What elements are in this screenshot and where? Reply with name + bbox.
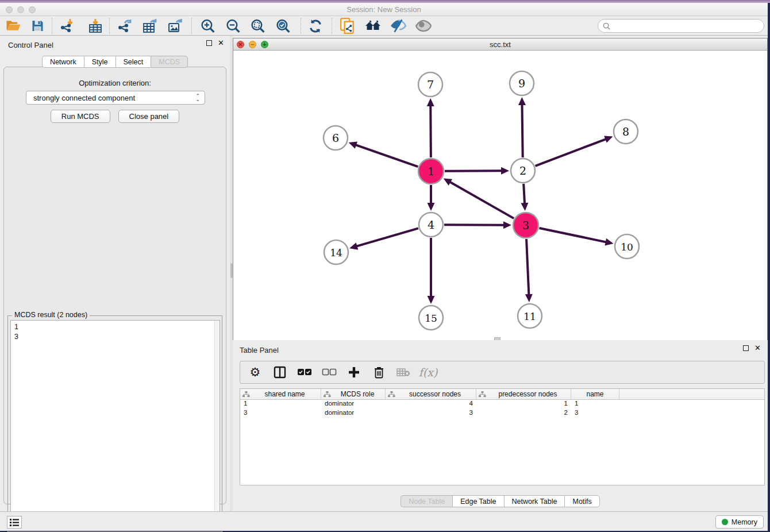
export-network-icon[interactable] [116, 17, 135, 34]
table-row[interactable]: 3dominator323 [240, 409, 764, 418]
arrowhead-icon [503, 221, 511, 229]
mcds-result-title: MCDS result (2 nodes) [12, 311, 90, 319]
result-scrollbar[interactable] [214, 321, 220, 529]
cell-successor-nodes: 3 [386, 409, 476, 418]
tab-node-table[interactable]: Node Table [401, 495, 452, 507]
tab-style[interactable]: Style [84, 56, 116, 68]
column-header-predecessor-nodes[interactable]: predecessor nodes [476, 389, 571, 399]
edge-4-14[interactable] [356, 228, 418, 246]
arrowhead-icon [518, 97, 526, 105]
copy-style-icon[interactable] [338, 17, 357, 34]
show-panels-icon[interactable] [414, 17, 433, 34]
edge-3-10[interactable] [539, 228, 606, 242]
status-bar: Memory [0, 511, 768, 531]
edge-4-3[interactable] [444, 225, 505, 225]
tab-network-table[interactable]: Network Table [504, 495, 565, 507]
arrowhead-icon [349, 141, 357, 148]
cell-MCDS-role: dominator [321, 409, 386, 418]
edge-3-11[interactable] [526, 239, 529, 295]
open-session-icon[interactable] [3, 17, 23, 34]
column-header-name[interactable]: name [571, 389, 619, 399]
search-icon [603, 22, 610, 30]
close-panel-button[interactable]: Close panel [118, 110, 180, 123]
node-table[interactable]: shared nameMCDS rolesuccessor nodesprede… [240, 388, 765, 485]
edge-1-2[interactable] [445, 171, 502, 171]
tab-select[interactable]: Select [116, 56, 151, 68]
edge-1-7[interactable] [430, 105, 431, 157]
column-header-successor-nodes[interactable]: successor nodes [386, 389, 476, 399]
cell-name: 1 [571, 400, 619, 409]
column-header-shared-name[interactable]: shared name [240, 389, 321, 399]
table-settings-icon[interactable]: ⚙ [247, 365, 263, 380]
import-network-icon[interactable] [58, 17, 78, 34]
export-image-icon[interactable] [165, 17, 185, 34]
unselect-all-icon[interactable] [321, 365, 337, 380]
hide-panels-icon[interactable] [388, 17, 408, 34]
arrowhead-icon [427, 98, 434, 106]
save-session-icon[interactable] [28, 17, 47, 34]
select-spinner-icon: ⌃⌄ [195, 94, 200, 101]
edge-1-6[interactable] [355, 145, 418, 167]
control-panel: Control Panel ✕ NetworkStyleSelectMCDS O… [0, 36, 230, 511]
edge-2-8[interactable] [536, 139, 607, 166]
float-table-panel-icon[interactable] [743, 345, 749, 351]
close-table-panel-icon[interactable]: ✕ [754, 345, 761, 351]
divider-handle[interactable] [230, 263, 233, 278]
function-builder-icon[interactable]: f(x) [420, 365, 436, 380]
arrowhead-icon [521, 203, 528, 211]
arrowhead-icon [501, 167, 509, 175]
zoom-out-icon[interactable] [224, 17, 243, 34]
toolbar-separator [332, 18, 332, 34]
import-table-icon[interactable] [86, 17, 105, 34]
tab-motifs[interactable]: Motifs [564, 495, 599, 507]
network-canvas[interactable]: 7968124314101511 [233, 51, 767, 340]
float-panel-icon[interactable] [206, 40, 212, 46]
zoom-selected-icon[interactable] [274, 17, 293, 34]
mcds-result-textarea[interactable]: 1 3 [10, 320, 220, 529]
delete-icon[interactable] [371, 365, 387, 380]
task-history-button[interactable] [7, 516, 22, 529]
memory-button[interactable]: Memory [715, 515, 764, 529]
refresh-layout-icon[interactable] [306, 17, 325, 34]
network-window-title: scc.txt [233, 40, 767, 49]
cell-name: 3 [571, 409, 619, 418]
mcds-result-text: 1 3 [14, 322, 18, 342]
control-panel-tabs: NetworkStyleSelectMCDS [0, 56, 230, 68]
arrowhead-icon [428, 296, 435, 304]
search-field[interactable] [598, 19, 764, 33]
edge-3-1[interactable] [449, 182, 514, 218]
home-view-icon[interactable] [363, 17, 383, 34]
add-icon[interactable] [346, 365, 362, 380]
select-all-icon[interactable] [297, 365, 313, 380]
cell-shared-name: 3 [240, 409, 321, 418]
edge-2-9[interactable] [522, 104, 522, 157]
tab-network[interactable]: Network [42, 56, 84, 68]
table-body: 1dominator4113dominator323 [240, 400, 764, 418]
list-icon [9, 518, 20, 527]
tab-edge-table[interactable]: Edge Table [452, 495, 503, 507]
close-panel-icon[interactable]: ✕ [218, 40, 224, 46]
toolbar-separator [301, 18, 301, 34]
cell-predecessor-nodes: 2 [476, 409, 571, 418]
run-mcds-button[interactable]: Run MCDS [51, 110, 110, 123]
toolbar-separator [191, 18, 192, 34]
toolbar-separator [52, 18, 52, 34]
toolbar-separator [109, 18, 110, 34]
zoom-in-icon[interactable] [198, 17, 218, 34]
table-row[interactable]: 1dominator411 [240, 400, 764, 409]
cell-predecessor-nodes: 1 [476, 400, 571, 409]
node-label-7: 7 [427, 78, 434, 91]
optimization-criterion-select[interactable]: strongly connected component ⌃⌄ [26, 91, 205, 105]
export-table-icon[interactable] [140, 17, 160, 34]
cell-successor-nodes: 4 [386, 400, 476, 409]
show-column-icon[interactable] [272, 365, 288, 380]
column-header-MCDS-role[interactable]: MCDS role [321, 389, 386, 399]
optimization-criterion-label: Optimization criterion: [4, 79, 226, 87]
delete-table-icon[interactable] [395, 365, 411, 380]
tab-mcds[interactable]: MCDS [151, 56, 188, 68]
node-label-8: 8 [622, 125, 629, 138]
zoom-fit-icon[interactable] [248, 17, 268, 34]
edge-2-3[interactable] [523, 184, 525, 204]
arrowhead-icon [604, 136, 613, 142]
search-input[interactable] [613, 20, 764, 32]
